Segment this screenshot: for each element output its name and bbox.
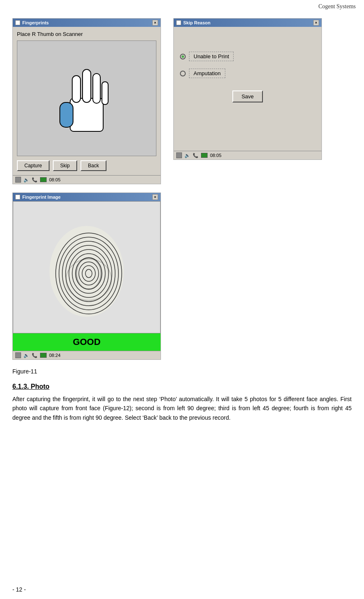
skip-reason-window: Skip Reason × Unable to Print Amputation… [173, 18, 322, 160]
option-amputation: Amputation [180, 69, 315, 78]
sr-speaker-icon: 🔈 [184, 153, 190, 158]
fingerprint-image-area [13, 201, 161, 333]
quality-label: GOOD [13, 333, 161, 351]
fingerprints-title: Fingerprints [22, 20, 49, 25]
fpi-status-icon-1 [15, 352, 21, 358]
fingerprints-instruction: Place R Thumb on Scanner [17, 31, 156, 37]
option-unable-to-print: Unable to Print [180, 52, 315, 61]
hand-svg [58, 57, 116, 140]
fingerprint-image-body: GOOD [13, 201, 161, 351]
radio-amputation[interactable] [180, 71, 186, 76]
fingerprint-image-close-button[interactable]: × [152, 194, 158, 200]
back-button[interactable]: Back [80, 160, 106, 171]
label-amputation: Amputation [189, 69, 225, 78]
fingerprint-image-time: 08:24 [49, 353, 61, 358]
fingerprints-buttons: Capture Skip Back [17, 160, 156, 171]
sr-status-icon-1 [176, 152, 182, 158]
svg-rect-3 [93, 74, 100, 103]
monitor-icon [40, 177, 47, 182]
fingerprints-titlebar: Fingerprints × [13, 19, 161, 27]
fingerprint-image-titlebar: Fingerprint Image × [13, 193, 161, 201]
phone-icon: 📞 [32, 177, 38, 183]
screenshots-row-top: Fingerprints × Place R Thumb on Scanner [12, 18, 352, 184]
status-icon-1 [15, 177, 21, 183]
svg-point-6 [50, 226, 124, 317]
speaker-icon: 🔈 [24, 177, 29, 183]
sr-window-icon [176, 20, 181, 25]
svg-rect-1 [72, 76, 80, 102]
save-button[interactable]: Save [232, 90, 263, 102]
capture-button[interactable]: Capture [17, 160, 50, 171]
company-name: Cogent Systems [318, 3, 356, 10]
skip-reason-options: Unable to Print Amputation [180, 52, 315, 78]
skip-reason-close-button[interactable]: × [313, 20, 319, 26]
fingerprint-spiral-svg [45, 218, 128, 317]
fingerprint-image-window: Fingerprint Image × [12, 193, 161, 360]
fingerprints-scanner-area [17, 40, 156, 156]
content-area: Fingerprints × Place R Thumb on Scanner [0, 10, 364, 430]
fpi-phone-icon: 📞 [32, 353, 38, 358]
fingerprints-close-button[interactable]: × [152, 20, 158, 26]
sr-phone-icon: 📞 [193, 153, 199, 158]
figure-caption: Figure-11 [12, 368, 352, 375]
svg-rect-4 [102, 82, 108, 105]
fingerprints-time: 08:05 [49, 177, 61, 182]
page-number: - 12 - [12, 586, 26, 593]
skip-reason-body: Unable to Print Amputation Save [174, 27, 321, 151]
section-heading: 6.1.3. Photo [12, 383, 352, 390]
window-icon [15, 20, 20, 25]
sr-monitor-icon [201, 153, 208, 158]
page-header: Cogent Systems [0, 0, 364, 10]
label-unable-to-print: Unable to Print [189, 52, 234, 61]
fpi-speaker-icon: 🔈 [24, 353, 29, 358]
page-footer: - 12 - [12, 586, 26, 593]
section-body: After capturing the fingerprint, it will… [12, 395, 352, 422]
fpi-window-icon [15, 195, 20, 200]
skip-reason-title: Skip Reason [183, 20, 210, 25]
fingerprints-body: Place R Thumb on Scanner [13, 27, 161, 175]
radio-unable-to-print[interactable] [180, 54, 186, 59]
fingerprint-image-statusbar: 🔈 📞 08:24 [13, 351, 161, 359]
fpi-monitor-icon [40, 353, 47, 358]
fingerprints-statusbar: 🔈 📞 08:05 [13, 175, 161, 184]
svg-rect-5 [60, 102, 73, 127]
svg-rect-2 [83, 69, 91, 102]
skip-reason-titlebar: Skip Reason × [174, 19, 321, 27]
skip-reason-time: 08:05 [210, 153, 222, 158]
fingerprint-image-title: Fingerprint Image [22, 195, 61, 200]
screenshots-row-bottom: Fingerprint Image × [12, 193, 352, 360]
skip-reason-statusbar: 🔈 📞 08:05 [174, 151, 321, 159]
fingerprints-window: Fingerprints × Place R Thumb on Scanner [12, 18, 161, 184]
skip-button[interactable]: Skip [53, 160, 77, 171]
